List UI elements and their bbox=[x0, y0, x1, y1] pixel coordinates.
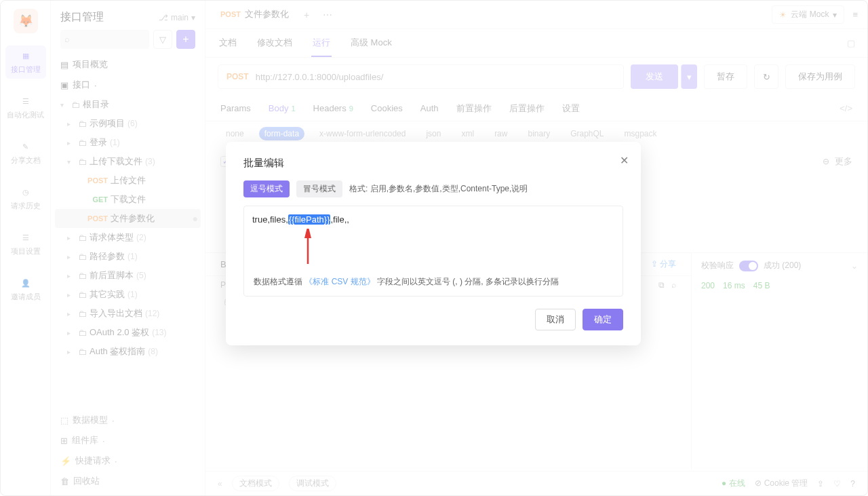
editor-footer: 数据格式遵循 《标准 CSV 规范》 字段之间以英文逗号 (, ) 分隔, 多条… bbox=[252, 267, 614, 288]
highlighted-variable: {{filePath}} bbox=[288, 214, 331, 225]
modal-title: 批量编辑 bbox=[243, 157, 623, 170]
csv-spec-link[interactable]: 《标准 CSV 规范》 bbox=[304, 277, 374, 286]
arrow-annotation bbox=[301, 229, 614, 267]
cancel-button[interactable]: 取消 bbox=[535, 309, 576, 330]
format-hint: 格式: 启用,参数名,参数值,类型,Content-Type,说明 bbox=[349, 183, 528, 195]
bulk-editor[interactable]: true,files,{{filePath}},file,, 数据格式遵循 《标… bbox=[243, 206, 623, 297]
bulk-edit-modal: 批量编辑 ✕ 逗号模式 冒号模式 格式: 启用,参数名,参数值,类型,Conte… bbox=[226, 142, 641, 345]
colon-mode-button[interactable]: 冒号模式 bbox=[296, 180, 342, 197]
close-icon[interactable]: ✕ bbox=[620, 154, 629, 167]
comma-mode-button[interactable]: 逗号模式 bbox=[243, 180, 290, 197]
ok-button[interactable]: 确定 bbox=[583, 309, 623, 330]
